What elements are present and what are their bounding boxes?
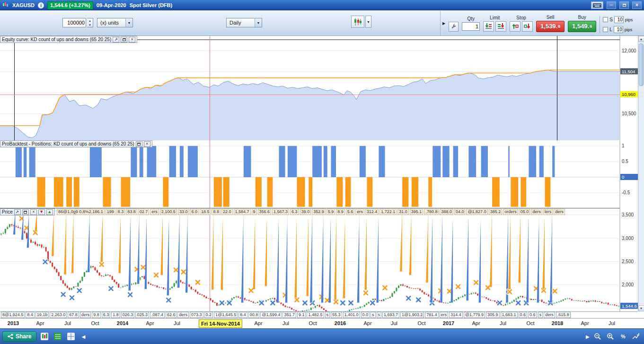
maximize-panel-icon[interactable] — [136, 141, 142, 147]
close-panel-icon[interactable]: × — [144, 141, 150, 147]
order-chip[interactable]: ,615.8 — [556, 312, 571, 318]
order-chip[interactable]: 388.0 — [440, 209, 453, 215]
order-chip[interactable]: 6.3 — [290, 209, 299, 215]
order-chip[interactable]: 55.3 — [331, 312, 342, 318]
vertical-scrollbar[interactable]: ▲ ▼ — [638, 36, 644, 311]
order-chip[interactable]: 073.3 — [190, 312, 203, 318]
maximize-panel-icon[interactable] — [22, 209, 29, 215]
order-chip[interactable]: 1,663.1 — [501, 312, 518, 318]
maximize-panel-icon[interactable] — [121, 37, 127, 43]
order-chip[interactable]: 5.9 — [326, 209, 335, 215]
order-chip[interactable]: 86@1,0g9 0,8%2,186.1 — [57, 209, 105, 215]
l-pips-input[interactable] — [614, 26, 623, 33]
order-chip[interactable]: @1,599.4 — [260, 312, 282, 318]
sell-limit-button[interactable] — [495, 21, 506, 32]
info-icon[interactable]: i — [38, 2, 44, 9]
order-chip[interactable]: 1,584.7 — [234, 209, 251, 215]
sell-button[interactable]: 1,539.6 — [536, 21, 565, 32]
order-chip[interactable]: orders — [503, 209, 518, 215]
order-chip[interactable]: 00.8 — [248, 312, 260, 318]
zoom-in-icon[interactable] — [605, 331, 616, 342]
units-dropdown[interactable]: (x) units ▼ — [97, 18, 133, 27]
chart-type-button[interactable] — [351, 16, 364, 28]
order-chip[interactable]: 385.2 — [489, 209, 503, 215]
sell-order-arrow-icon[interactable]: ▼ — [38, 209, 45, 215]
scroll-left-icon[interactable]: ◀ — [79, 332, 88, 341]
order-chip[interactable]: 6.0 — [190, 209, 199, 215]
price-chart-svg[interactable]: 3,5003,0002,5002,000 1,544.6 — [0, 208, 644, 311]
order-chip[interactable]: 9.8 — [92, 312, 101, 318]
order-chip[interactable]: 0.6 — [519, 312, 528, 318]
price-chart[interactable]: 3,5003,0002,5002,000 1,544.6 — [0, 208, 644, 311]
order-chip[interactable]: s — [377, 312, 382, 318]
s-pips-input[interactable] — [614, 16, 624, 23]
sell-stop-button[interactable] — [522, 21, 533, 32]
watchlist-icon[interactable] — [53, 331, 63, 342]
order-chip[interactable]: 1,482.5 — [307, 312, 324, 318]
order-chip[interactable]: 351.7 — [282, 312, 296, 318]
order-chip[interactable]: 356.6 — [258, 209, 272, 215]
positions-chart-svg[interactable]: 10.5 0-0.5 — [0, 140, 644, 208]
order-chip[interactable]: ders — [177, 312, 189, 318]
order-chip[interactable]: 1,567.3 — [272, 209, 289, 215]
order-chip[interactable]: s — [371, 312, 376, 318]
order-chip[interactable]: 314.4 — [449, 312, 463, 318]
order-chip[interactable]: 83.8 — [126, 209, 137, 215]
share-button[interactable]: Share — [2, 331, 36, 342]
order-chip[interactable]: 305.9 — [486, 312, 500, 318]
order-chip[interactable]: 19,1b — [35, 312, 49, 318]
order-chip[interactable]: 0.0 — [361, 312, 370, 318]
order-chip[interactable]: ers — [440, 312, 449, 318]
order-chip[interactable]: ers — [355, 209, 364, 215]
order-chip[interactable]: 2,263.0 — [50, 312, 67, 318]
scroll-right-icon[interactable]: ▶ — [586, 334, 590, 339]
order-chip[interactable]: 1@1,645.5 — [214, 312, 238, 318]
order-chip[interactable]: 05.0 — [519, 209, 530, 215]
buy-limit-button[interactable] — [483, 21, 494, 32]
order-chip[interactable]: 8@1,924.5 — [1, 312, 25, 318]
order-chip[interactable]: 5.6 — [346, 209, 355, 215]
order-chip[interactable]: 312.4 — [365, 209, 379, 215]
wrench-icon[interactable] — [449, 22, 459, 32]
order-chip[interactable]: 9.1 — [297, 312, 306, 318]
order-chip[interactable]: ders — [531, 209, 542, 215]
close-panel-icon[interactable]: × — [129, 37, 135, 43]
maximize-button[interactable] — [619, 1, 629, 9]
quantity-stepper[interactable]: ▲▼ — [87, 18, 93, 27]
buy-button[interactable]: 1,549.6 — [568, 21, 596, 32]
wrench-icon[interactable] — [113, 37, 119, 43]
order-chip[interactable]: s — [325, 312, 330, 318]
order-chip[interactable]: ,087.4 — [150, 312, 165, 318]
grid-view-icon[interactable] — [66, 331, 76, 342]
order-chip[interactable]: 39.0 — [300, 209, 311, 215]
timeframe-dropdown[interactable]: Daily ▼ — [226, 18, 262, 27]
order-chip[interactable]: 8.4 — [26, 312, 35, 318]
order-chip[interactable]: 22.0 — [221, 209, 233, 215]
keyboard-icon[interactable] — [591, 1, 603, 9]
order-chip[interactable]: @1,779.9 — [464, 312, 485, 318]
order-chip[interactable]: 18.5 — [200, 209, 211, 215]
order-chip[interactable]: ders — [544, 312, 555, 318]
order-chip[interactable]: 026.3 — [121, 312, 135, 318]
order-chip[interactable]: 8.3 — [116, 209, 125, 215]
equity-chart[interactable]: 12,000 11,504 10,96010,500 — [0, 36, 644, 140]
collapse-trade-panel-arrow[interactable]: ▶ — [442, 21, 445, 26]
order-chip[interactable]: 33.0 — [178, 209, 189, 215]
order-chip[interactable]: 781.4 — [425, 312, 439, 318]
close-panel-icon[interactable]: × — [30, 209, 37, 215]
order-chip[interactable]: 395.1 — [410, 209, 423, 215]
order-chip[interactable]: 199 — [106, 209, 115, 215]
chart-view-icon[interactable] — [39, 331, 50, 342]
order-chip[interactable]: 62.6 — [166, 312, 177, 318]
minimize-button[interactable]: ─ — [607, 1, 616, 9]
order-chip[interactable]: ers — [150, 209, 159, 215]
order-chip[interactable]: ,780.8 — [424, 209, 439, 215]
order-qty-input[interactable] — [462, 22, 480, 31]
order-chip[interactable]: 9 — [252, 209, 257, 215]
order-chip[interactable]: 1.8 — [111, 312, 120, 318]
order-chip[interactable]: 6.3 — [102, 312, 111, 318]
buy-order-arrow-icon[interactable]: ▲ — [46, 209, 53, 215]
scrollbar-thumb[interactable] — [639, 43, 644, 86]
order-chip[interactable]: s — [538, 312, 543, 318]
order-chip[interactable]: 31.0 — [397, 209, 409, 215]
